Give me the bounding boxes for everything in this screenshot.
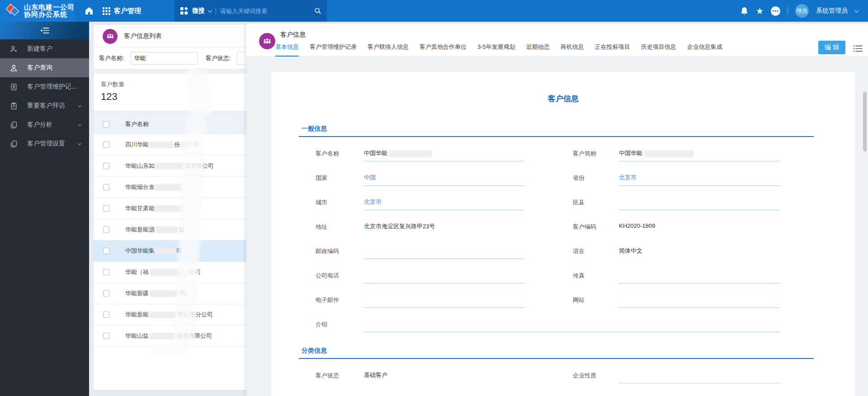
field-value: 简体中文 — [619, 243, 780, 259]
blur-patch — [644, 150, 694, 157]
divider — [216, 7, 216, 14]
customer-row-6[interactable]: 中国华能集司 — [94, 240, 248, 262]
field-label: 语言 — [573, 243, 619, 255]
filter-name-input[interactable] — [130, 52, 198, 65]
scrollbar-thumb[interactable] — [863, 92, 867, 151]
more-options-icon[interactable]: ••• — [771, 6, 780, 16]
form-row: 公司电话传真 — [316, 267, 855, 292]
tab-6[interactable]: 近期动态 — [526, 43, 550, 57]
field-label: 省份 — [573, 170, 619, 182]
tab-2[interactable]: 客户管理维护记录 — [310, 43, 357, 57]
field-value: 北京市海淀区复兴路甲23号 — [364, 218, 524, 235]
customer-row-7[interactable]: 华能（福公司 — [94, 262, 248, 283]
chevron-down-icon — [78, 123, 81, 126]
list-view-icon[interactable] — [853, 45, 863, 54]
row-checkbox[interactable] — [103, 226, 109, 233]
select-all-checkbox[interactable] — [103, 121, 109, 127]
list-column-header: 客户名称 — [125, 120, 149, 128]
field-value — [364, 316, 780, 332]
sidebar-item-label: 新建客户 — [27, 45, 52, 53]
tab-5[interactable]: 3-5年发展规划 — [477, 43, 515, 57]
customer-row-9[interactable]: 华能新能司山东分公司 — [94, 304, 248, 325]
tab-4[interactable]: 客户其他合作单位 — [420, 43, 467, 57]
avatar[interactable]: 理员 — [795, 4, 809, 18]
sidebar-collapse-button[interactable] — [0, 22, 89, 39]
field-label: 邮政编码 — [316, 243, 364, 255]
sidebar-item-label: 客户管理维护记... — [27, 83, 77, 91]
row-checkbox[interactable] — [103, 141, 109, 148]
row-checkbox[interactable] — [103, 205, 109, 212]
customer-name: 华能新疆司 — [125, 289, 186, 297]
divider — [94, 111, 248, 114]
user-icon — [10, 64, 18, 72]
list-table-header: 客户名称 — [94, 114, 248, 134]
edit-button[interactable]: 编 辑 — [818, 41, 845, 54]
row-checkbox[interactable] — [103, 184, 109, 190]
customer-row-2[interactable]: 华能山东如源有限公司 — [94, 156, 248, 177]
blur-patch — [150, 333, 176, 339]
tab-7[interactable]: 商机信息 — [561, 43, 584, 57]
widget-icon[interactable] — [180, 7, 188, 15]
field-label: 公司电话 — [316, 267, 364, 280]
customer-name: 华能甘肃能 — [125, 204, 185, 212]
row-checkbox[interactable] — [103, 333, 109, 339]
list-filter-bar: 客户名称: 客户状态: — [94, 48, 248, 69]
tab-1[interactable]: 基本信息 — [275, 43, 299, 57]
field-value — [619, 367, 780, 383]
row-checkbox[interactable] — [103, 269, 109, 275]
field-value: KH2020-1809 — [619, 218, 780, 235]
customer-row-4[interactable]: 华能甘肃能 — [94, 198, 248, 219]
customer-name: 四川华能份司 — [125, 141, 199, 149]
row-checkbox[interactable] — [103, 290, 109, 297]
field-value[interactable]: 北京市 — [619, 170, 780, 186]
customer-name: 华能山东如源有限公司 — [125, 162, 214, 170]
form-row: 国家中国省份北京市 — [316, 170, 855, 194]
customer-name: 华能烟台发 — [125, 183, 183, 191]
tab-8[interactable]: 正在投标项目 — [595, 43, 630, 57]
home-button[interactable] — [85, 6, 94, 15]
sidebar-item-label: 客户分析 — [27, 121, 52, 129]
tab-9[interactable]: 历史项目信息 — [641, 43, 676, 57]
field-label: 客户名称 — [316, 145, 364, 158]
customer-row-1[interactable]: 四川华能份司 — [94, 134, 248, 156]
section-rows: 客户名称中国华能客户简称中国华能国家中国省份北京市城市北京市区县地址北京市海淀区… — [316, 145, 855, 340]
app-title: 山东电建一公司 协同办公系统 — [24, 4, 75, 18]
field-value[interactable]: 中国 — [364, 170, 524, 186]
user-menu-chevron-icon[interactable] — [854, 8, 859, 13]
sidebar-item-4[interactable]: 重要客户拜访 — [0, 96, 89, 115]
customer-row-8[interactable]: 华能新疆司 — [94, 283, 248, 304]
tab-3[interactable]: 客户联络人信息 — [368, 43, 409, 57]
customer-name: 华能新能司山东分公司 — [125, 311, 213, 319]
field-value: 基础客户 — [364, 367, 524, 383]
form-row: 地址北京市海淀区复兴路甲23号客户编码KH2020-1809 — [316, 218, 855, 243]
sidebar-item-6[interactable]: 客户管理设置 — [0, 134, 89, 153]
sidebar-item-1[interactable]: 新建客户 — [0, 39, 89, 58]
customer-form-card: 客户信息 一般信息客户名称中国华能客户简称中国华能国家中国省份北京市城市北京市区… — [271, 72, 855, 396]
sidebar-item-3[interactable]: 客户管理维护记... — [0, 77, 89, 96]
customer-row-3[interactable]: 华能烟台发 — [94, 177, 248, 198]
favorite-star-icon[interactable]: ★ — [756, 7, 764, 15]
row-checkbox[interactable] — [103, 163, 109, 169]
home-icon — [85, 6, 94, 15]
tab-10[interactable]: 企业信息集成 — [687, 43, 722, 57]
row-checkbox[interactable] — [103, 311, 109, 318]
customer-info-icon — [259, 33, 275, 49]
bell-icon[interactable] — [740, 7, 749, 15]
divider — [94, 69, 248, 74]
sidebar-item-2[interactable]: 客户查询 — [0, 58, 89, 77]
wesearch-dropdown[interactable]: 微搜 — [192, 7, 212, 15]
search-icon[interactable] — [314, 7, 321, 14]
customer-row-5[interactable]: 华能新能源公 — [94, 219, 248, 240]
chevron-down-icon — [78, 141, 81, 145]
blur-patch — [150, 269, 188, 276]
sidebar-item-5[interactable]: 客户分析 — [0, 115, 89, 134]
field-value[interactable]: 北京市 — [364, 194, 524, 210]
apps-grid-icon — [103, 7, 110, 15]
field-label: 城市 — [316, 194, 364, 207]
global-search-panel: 微搜 — [175, 0, 327, 22]
global-search-input[interactable] — [220, 8, 310, 14]
detail-header: 客户信息 基本信息客户管理维护记录客户联络人信息客户其他合作单位3-5年发展规划… — [246, 24, 868, 57]
customer-row-10[interactable]: 华能山盐能源有限公司 — [94, 325, 248, 347]
row-checkbox[interactable] — [103, 248, 109, 254]
nav-current-app[interactable]: 客户管理 — [103, 7, 141, 15]
